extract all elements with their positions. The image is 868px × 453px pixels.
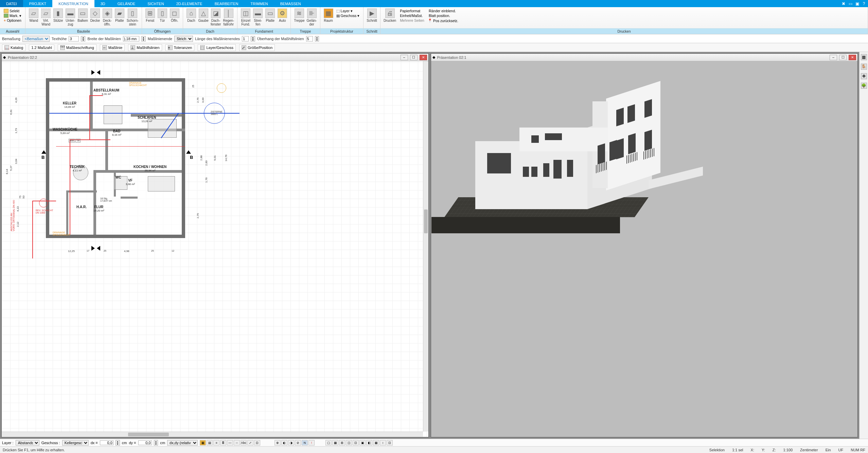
- plan-vscroll[interactable]: [423, 61, 428, 432]
- tuer-button[interactable]: ▯Tür: [156, 8, 169, 23]
- bb-icon[interactable]: ▣: [359, 440, 366, 446]
- blatt-position-button[interactable]: Blatt position.: [427, 13, 459, 18]
- oeffn-button[interactable]: ◻Öffn.: [169, 8, 181, 23]
- raum-button[interactable]: ▦Raum: [322, 8, 335, 23]
- balken-button[interactable]: ▭Balken: [76, 8, 89, 23]
- wand-button[interactable]: ▱Wand: [28, 8, 40, 23]
- katalog-button[interactable]: 📖Katalog: [2, 44, 25, 51]
- bb-icon[interactable]: ▤: [207, 440, 213, 446]
- orbit-icon[interactable]: ✥: [861, 73, 867, 79]
- auto-button[interactable]: ⚙Auto: [276, 8, 288, 23]
- platte-fund-button[interactable]: ▭Platte: [264, 8, 276, 23]
- help-icon[interactable]: ?: [861, 1, 867, 6]
- tree-icon[interactable]: 🌳: [861, 83, 867, 89]
- stuetze-button[interactable]: ▮Stütze: [52, 8, 64, 23]
- groesse-position-button[interactable]: ⤢Größe/Position: [239, 44, 275, 51]
- dy-stepper[interactable]: ▲▼: [154, 440, 158, 446]
- einzelfund-button[interactable]: ◫Einzel Fund.: [240, 8, 252, 27]
- bb-icon[interactable]: ▢: [325, 440, 332, 446]
- mark-button[interactable]: Mark. ▾: [3, 13, 22, 18]
- maximize-icon[interactable]: ▣: [854, 1, 860, 6]
- pane-close-icon[interactable]: ✕: [849, 55, 856, 60]
- treppe-button[interactable]: ≋Treppe: [293, 8, 305, 23]
- bb-icon[interactable]: ⊕: [274, 440, 281, 446]
- bb-icon[interactable]: ↕: [380, 440, 386, 446]
- bb-icon[interactable]: ⤢: [247, 440, 253, 446]
- strich-select[interactable]: Strich: [174, 36, 193, 42]
- menu-bearbeiten[interactable]: BEARBEITEN: [209, 0, 245, 7]
- bemassung-style-select[interactable]: <Bemaßung M:: [22, 36, 50, 42]
- menu-bemassen[interactable]: BEMASSEN: [274, 0, 307, 7]
- geschoss-dropdown[interactable]: ▤Geschoss ▾: [336, 13, 360, 18]
- deckoeffn-button[interactable]: ◈Deck- öffn.: [101, 8, 113, 27]
- selekt-button[interactable]: Selekt: [3, 9, 22, 13]
- bb-icon[interactable]: ⊡: [353, 440, 359, 446]
- geschoss-bottom-select[interactable]: Kellergesch: [62, 440, 89, 446]
- bb-icon[interactable]: N: [302, 440, 308, 446]
- pane-minimize-icon[interactable]: –: [830, 55, 837, 60]
- massbeschriftung-button[interactable]: TXTMaßbeschriftung: [58, 44, 96, 51]
- menu-3d[interactable]: 3D: [94, 0, 111, 7]
- bb-icon[interactable]: ⊡: [387, 440, 393, 446]
- ueberhang-stepper[interactable]: ▲▼: [315, 36, 319, 41]
- papierformat-button[interactable]: Papierformat: [398, 9, 425, 13]
- menu-file[interactable]: DATEI: [0, 0, 23, 7]
- pane-maximize-icon[interactable]: ☐: [410, 55, 418, 60]
- menu-konstruktion[interactable]: KONSTRUKTION: [52, 0, 94, 7]
- schnitt-button[interactable]: ▶Schnitt: [366, 8, 378, 23]
- masslinie-button[interactable]: ↔Maßlinie: [100, 44, 125, 51]
- menu-projekt[interactable]: PROJEKT: [23, 0, 53, 7]
- dx-stepper[interactable]: ▲▼: [116, 440, 120, 446]
- bb-icon[interactable]: ▦: [200, 440, 206, 446]
- bb-icon[interactable]: ▦: [373, 440, 379, 446]
- masshilfslinien-button[interactable]: ⊥Maßhilfslinien: [128, 44, 162, 51]
- layer-bottom-select[interactable]: Abstandsflä: [16, 440, 39, 446]
- dy-input[interactable]: [138, 440, 152, 445]
- streifen-button[interactable]: ▬Strei- fen: [252, 8, 264, 27]
- texthoehe-input[interactable]: [69, 36, 79, 41]
- raender-button[interactable]: Ränder einblend.: [427, 9, 459, 13]
- bb-icon[interactable]: —: [227, 440, 233, 446]
- virt-wand-button[interactable]: ▱Virt. Wand: [40, 8, 52, 27]
- pane-maximize-icon[interactable]: ☐: [839, 55, 847, 60]
- pane-close-icon[interactable]: ✕: [420, 55, 427, 60]
- mehrere-seiten-button[interactable]: Mehrere Seiten: [398, 18, 425, 23]
- tool-icon[interactable]: ✖: [841, 1, 846, 6]
- gelaender-button[interactable]: ⊪Gelän- der: [306, 8, 318, 27]
- bb-icon[interactable]: ◑: [288, 440, 294, 446]
- view-mode-icon[interactable]: ▦: [861, 54, 867, 60]
- pos-reset-button[interactable]: 📍Pos zurücksetz.: [427, 18, 459, 23]
- ueberhang-input[interactable]: [306, 36, 313, 41]
- bb-icon[interactable]: ≡: [213, 440, 219, 446]
- menu-sichten[interactable]: SICHTEN: [141, 0, 170, 7]
- dachfenster-button[interactable]: ◪Dach- fenster: [210, 8, 222, 27]
- minimize-icon[interactable]: ▭: [848, 1, 853, 6]
- laenge-stepper[interactable]: ▲▼: [251, 36, 255, 41]
- toleranzen-button[interactable]: ±Toleranzen: [165, 44, 195, 51]
- plan-canvas[interactable]: ABSTELLRAUM8,31 m² KELLER14,09 m² WASCHK…: [2, 61, 428, 437]
- menu-2d-elemente[interactable]: 2D-ELEMENTE: [170, 0, 209, 7]
- furniture-icon[interactable]: 🪑: [861, 64, 867, 70]
- laenge-input[interactable]: [242, 36, 249, 41]
- regenfallrohr-button[interactable]: │Regen- fallrohr: [222, 8, 235, 27]
- breite-input[interactable]: [123, 36, 139, 41]
- bb-icon[interactable]: ◧: [366, 440, 372, 446]
- bb-icon[interactable]: ◫: [346, 440, 352, 446]
- texthoehe-stepper[interactable]: ▲▼: [81, 36, 85, 41]
- drucken-button[interactable]: 🖨Drucken: [383, 8, 397, 23]
- bb-icon[interactable]: Abc: [241, 440, 247, 446]
- masszahl-button[interactable]: 1.2 Maßzahl: [29, 45, 54, 51]
- unterzug-button[interactable]: ▬Unter- zug: [64, 8, 76, 27]
- bb-icon[interactable]: ⊘: [295, 440, 301, 446]
- dx-input[interactable]: [100, 440, 113, 445]
- view3d-canvas[interactable]: [431, 61, 858, 437]
- coord-mode-select[interactable]: dx,dy (relativ ka: [167, 440, 198, 446]
- bb-icon[interactable]: ⊡: [254, 440, 260, 446]
- menu-gelaende[interactable]: GELÄNDE: [111, 0, 142, 7]
- optionen-button[interactable]: +Optionen: [3, 18, 22, 23]
- dach-button[interactable]: ⌂Dach: [185, 8, 197, 23]
- einheit-button[interactable]: Einheit/Maßst.: [398, 13, 425, 18]
- bb-icon[interactable]: ▦: [332, 440, 338, 446]
- layer-geschoss-button[interactable]: ⬚Layer/Geschoss: [198, 44, 235, 51]
- menu-trimmen[interactable]: TRIMMEN: [244, 0, 274, 7]
